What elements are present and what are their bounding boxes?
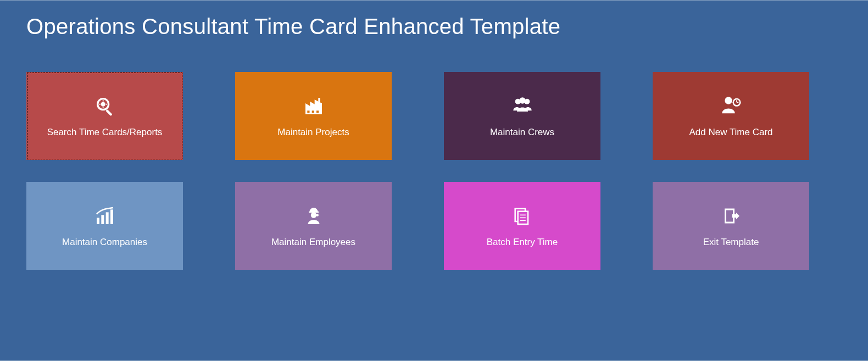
page-title: Operations Consultant Time Card Enhanced…	[26, 14, 842, 39]
documents-icon	[511, 204, 533, 228]
tile-label: Maintain Employees	[271, 237, 355, 248]
svg-rect-25	[110, 209, 113, 224]
tile-maintain-crews[interactable]: Maintain Crews	[444, 72, 600, 160]
tile-label: Maintain Crews	[490, 127, 554, 138]
tile-label: Search Time Cards/Reports	[47, 127, 163, 138]
svg-rect-10	[316, 110, 319, 113]
svg-rect-9	[311, 110, 314, 113]
tile-add-new-time-card[interactable]: Add New Time Card	[653, 72, 809, 160]
people-icon	[510, 94, 535, 118]
tile-maintain-projects[interactable]: Maintain Projects	[235, 72, 392, 160]
svg-rect-1	[105, 109, 112, 116]
tile-label: Batch Entry Time	[487, 237, 558, 248]
tile-maintain-companies[interactable]: Maintain Companies	[26, 182, 183, 270]
tile-label: Maintain Projects	[277, 127, 349, 138]
svg-point-15	[524, 99, 530, 104]
factory-icon	[303, 94, 325, 118]
tile-maintain-employees[interactable]: Maintain Employees	[235, 182, 392, 270]
tile-batch-entry-time[interactable]: Batch Entry Time	[444, 182, 600, 270]
factory-chart-icon	[94, 204, 116, 228]
exit-icon	[721, 204, 741, 228]
svg-point-27	[310, 212, 316, 218]
svg-point-16	[725, 97, 732, 104]
tile-label: Exit Template	[703, 237, 759, 248]
person-clock-icon	[720, 94, 742, 118]
worker-icon	[304, 204, 324, 228]
tile-exit-template[interactable]: Exit Template	[653, 182, 809, 270]
tile-label: Add New Time Card	[689, 127, 772, 138]
svg-rect-22	[97, 218, 99, 224]
svg-rect-23	[101, 215, 104, 224]
svg-point-28	[316, 214, 319, 216]
tile-search-time-cards[interactable]: Search Time Cards/Reports	[26, 72, 183, 160]
svg-rect-8	[307, 110, 309, 113]
svg-rect-12	[318, 98, 320, 102]
svg-rect-24	[105, 212, 108, 224]
svg-point-2	[101, 102, 105, 107]
tile-label: Maintain Companies	[62, 237, 147, 248]
tile-grid: Search Time Cards/Reports Maintain Proje…	[26, 72, 842, 270]
magnifier-gear-icon	[94, 94, 116, 118]
